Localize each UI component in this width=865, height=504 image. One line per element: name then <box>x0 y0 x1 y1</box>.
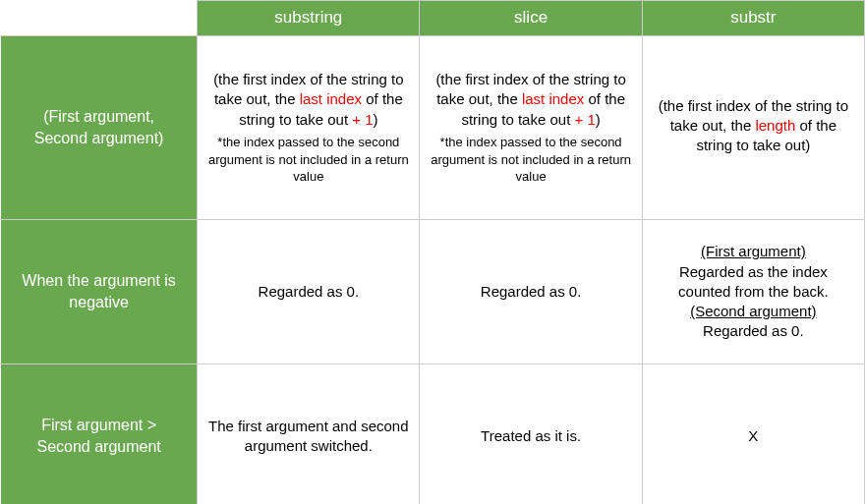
cell-gt-substring: The first argument and second argument s… <box>198 364 420 504</box>
cell-args-substring: (the first index of the string to take o… <box>198 35 420 219</box>
cell-gt-slice: Treated as it is. <box>420 364 642 504</box>
row-header-first-greater: First argument > Second argument <box>1 364 198 504</box>
cell-gt-substr: X <box>642 364 864 504</box>
cell-args-substr: (the first index of the string to take o… <box>642 35 864 219</box>
row-arguments: (First argument, Second argument) (the f… <box>1 35 865 219</box>
col-header-slice: slice <box>420 1 642 36</box>
row-header-negative: When the argument is negative <box>1 219 198 364</box>
cell-neg-slice: Regarded as 0. <box>420 219 642 364</box>
row-negative: When the argument is negative Regarded a… <box>1 219 865 364</box>
string-method-comparison-table: substring slice substr (First argument, … <box>0 0 865 504</box>
corner-cell <box>1 1 198 36</box>
table-header-row: substring slice substr <box>1 1 865 36</box>
cell-neg-substr: (First argument) Regarded as the index c… <box>642 219 864 364</box>
row-header-arguments: (First argument, Second argument) <box>1 35 198 219</box>
col-header-substr: substr <box>642 1 864 36</box>
cell-neg-substring: Regarded as 0. <box>198 219 420 364</box>
row-first-greater: First argument > Second argument The fir… <box>1 364 865 504</box>
cell-args-slice: (the first index of the string to take o… <box>420 35 642 219</box>
col-header-substring: substring <box>198 1 420 36</box>
